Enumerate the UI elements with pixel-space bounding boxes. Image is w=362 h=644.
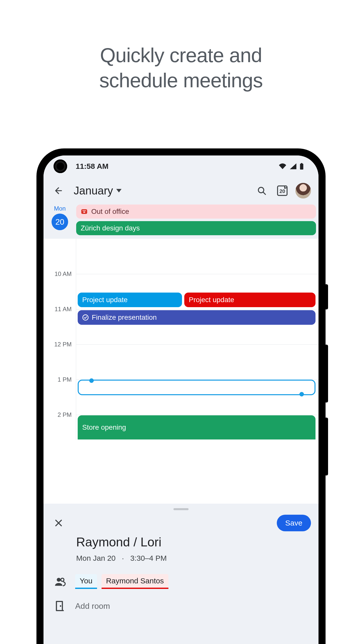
- allday-event-zurich[interactable]: Zürich design days: [76, 221, 316, 235]
- arrow-left-icon: [54, 186, 64, 196]
- headline-line-1: Quickly create and: [0, 43, 362, 68]
- phone-side-button: [326, 284, 328, 309]
- event-project-update-2[interactable]: Project update: [184, 293, 315, 307]
- selection-handle-start[interactable]: [89, 378, 94, 383]
- front-camera: [54, 159, 67, 173]
- allday-events: Out of office Zürich design days: [76, 205, 316, 235]
- svg-point-7: [83, 315, 88, 320]
- hour-label: 12 PM: [43, 341, 76, 348]
- hour-line: [76, 274, 319, 274]
- allday-event-out-of-office[interactable]: Out of office: [76, 205, 316, 219]
- briefcase-icon: [81, 208, 88, 215]
- cell-signal-icon: [290, 163, 296, 169]
- check-circle-icon: [82, 314, 89, 321]
- calendar-today-icon: 20: [277, 185, 288, 196]
- svg-line-3: [263, 192, 265, 194]
- svg-point-9: [61, 578, 64, 581]
- event-datetime[interactable]: Mon Jan 20 · 3:30–4 PM: [76, 554, 311, 562]
- event-label: Zürich design days: [81, 224, 140, 232]
- svg-rect-0: [300, 164, 303, 169]
- event-label: Project update: [189, 296, 234, 304]
- svg-rect-1: [301, 163, 302, 164]
- account-avatar[interactable]: [295, 183, 311, 198]
- chevron-down-icon: [116, 189, 122, 192]
- event-label: Out of office: [91, 208, 129, 216]
- hour-label: 1 PM: [43, 376, 76, 383]
- day-column[interactable]: Mon 20: [43, 205, 76, 235]
- battery-icon: [300, 163, 303, 170]
- svg-text:20: 20: [280, 188, 285, 194]
- close-button[interactable]: [51, 515, 66, 531]
- hour-label: 10 AM: [43, 270, 76, 277]
- hour-label: 11 AM: [43, 306, 76, 313]
- today-button[interactable]: 20: [277, 185, 288, 196]
- phone-volume-down: [326, 418, 328, 475]
- quick-create-sheet: Save Raymond / Lori Mon Jan 20 · 3:30–4 …: [43, 504, 319, 644]
- headline-line-2: schedule meetings: [0, 68, 362, 93]
- hour-line: [76, 415, 319, 415]
- time-gutter: [43, 239, 76, 440]
- day-header: Mon 20 Out of office Zürich design days: [43, 205, 319, 239]
- event-label: Finalize presentation: [92, 313, 157, 321]
- status-time: 11:58 AM: [76, 162, 109, 171]
- search-icon: [257, 186, 267, 196]
- promo-headline: Quickly create and schedule meetings: [0, 43, 362, 93]
- event-title[interactable]: Raymond / Lori: [76, 535, 311, 549]
- event-store-opening[interactable]: Store opening: [78, 415, 315, 439]
- sheet-drag-handle[interactable]: [173, 508, 189, 510]
- hour-line: [76, 344, 319, 345]
- event-finalize-presentation[interactable]: Finalize presentation: [78, 310, 315, 325]
- add-room-label: Add room: [75, 601, 110, 611]
- save-label: Save: [285, 519, 302, 527]
- people-icon: [53, 577, 67, 587]
- status-bar: 11:58 AM: [43, 155, 319, 177]
- month-label: January: [74, 184, 113, 197]
- month-dropdown[interactable]: January: [74, 184, 122, 197]
- phone-volume-up: [326, 345, 328, 403]
- search-button[interactable]: [254, 183, 269, 198]
- day-number: 20: [52, 214, 68, 230]
- hour-line: [76, 309, 319, 309]
- phone-frame: 11:58 AM January: [36, 148, 326, 644]
- guests-row: You Raymond Santos: [51, 574, 311, 589]
- guest-chip-you[interactable]: You: [75, 574, 97, 589]
- svg-point-10: [60, 605, 61, 607]
- event-label: Project update: [82, 296, 128, 304]
- app-bar: January 20: [43, 177, 319, 205]
- event-label: Store opening: [82, 423, 126, 431]
- save-button[interactable]: Save: [277, 515, 311, 531]
- hour-label: 2 PM: [43, 411, 76, 418]
- back-button[interactable]: [51, 183, 66, 198]
- guest-chip-raymond[interactable]: Raymond Santos: [102, 574, 168, 589]
- event-project-update-1[interactable]: Project update: [78, 293, 182, 307]
- day-of-week: Mon: [54, 205, 66, 212]
- room-icon: [53, 600, 67, 612]
- timeline[interactable]: 10 AM 11 AM 12 PM 1 PM 2 PM Project upda…: [43, 239, 319, 440]
- selection-handle-end[interactable]: [299, 392, 304, 396]
- new-event-selection[interactable]: [78, 380, 315, 395]
- wifi-icon: [279, 163, 286, 169]
- close-icon: [54, 518, 63, 528]
- svg-point-8: [57, 578, 61, 581]
- room-row[interactable]: Add room: [51, 600, 311, 612]
- status-icons: [279, 163, 303, 170]
- phone-screen: 11:58 AM January: [43, 155, 319, 644]
